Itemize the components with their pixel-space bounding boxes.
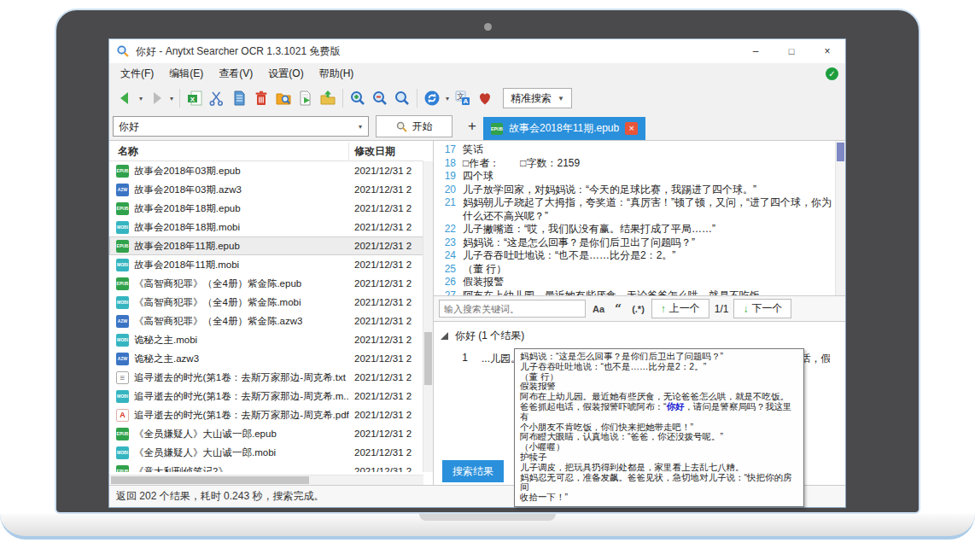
start-search-label: 开始	[412, 120, 433, 134]
refresh-index-button[interactable]	[421, 87, 443, 109]
scrollbar-thumb[interactable]	[837, 143, 844, 161]
column-header-name[interactable]: 名称	[118, 144, 138, 159]
new-search-tab-button[interactable]: +	[461, 115, 483, 137]
laptop-mockup: 你好 - Anytxt Searcher OCR 1.3.1021 免费版 – …	[0, 0, 975, 560]
result-preview-tooltip: 妈妈说：“这是怎么回事？是你们后卫出了问题吗？” 儿子吞吞吐吐地说：“也不是………	[514, 348, 804, 507]
previous-match-button[interactable]: ↑ 上一个	[651, 299, 709, 318]
epub-file-icon	[116, 165, 129, 178]
file-row[interactable]: 故事会2018年18期.epub2021/12/31 2	[109, 199, 423, 218]
document-line: 27阿布在上幼儿园。最近她有些厌食，无论爸爸怎么哄，就是不吃饭。	[434, 289, 832, 297]
file-row[interactable]: 诡秘之主.mobi2021/12/31 2	[109, 330, 423, 349]
next-match-button[interactable]: ↓ 下一个	[733, 299, 791, 318]
menu-item-view[interactable]: 查看(V)	[211, 67, 260, 81]
document-line: 23妈妈说：“这是怎么回事？是你们后卫出了问题吗？”	[434, 236, 832, 250]
whole-word-button[interactable]: “	[611, 305, 625, 313]
tooltip-line: 护犊子	[520, 452, 798, 463]
tooltip-highlight-line: 爸爸抓起电话，假装报警吓唬阿布：“你好，请问是警察局吗？我这里有	[520, 402, 798, 423]
highlighted-keyword: 你好	[667, 401, 685, 411]
cut-button[interactable]	[206, 87, 228, 109]
file-row[interactable]: 故事会2018年11期.mobi2021/12/31 2	[109, 255, 423, 274]
start-search-button[interactable]: 开始	[376, 115, 452, 137]
find-in-document-bar: Aa “ (.*) ↑ 上一个 1/1 ↓ 下一个	[434, 296, 845, 322]
epub-file-icon	[116, 277, 129, 290]
file-row[interactable]: 《全员嫌疑人》大山诚一郎.mobi2021/12/31 2	[109, 443, 423, 462]
document-line: 19四个球	[434, 170, 832, 184]
epub-file-icon	[116, 465, 129, 473]
zoom-reset-button[interactable]	[391, 87, 413, 109]
file-list-vertical-scrollbar[interactable]	[423, 161, 433, 472]
file-row[interactable]: 《高智商犯罪》（全4册）紫金陈.epub2021/12/31 2	[109, 274, 423, 293]
file-row[interactable]: 追寻逝去的时光(第1卷：去斯万家那边-周克希.pdf2021/12/31 2	[109, 405, 423, 424]
export-excel-button[interactable]: X	[184, 87, 206, 109]
file-row[interactable]: 故事会2018年18期.mobi2021/12/31 2	[109, 218, 423, 236]
export-file-button[interactable]	[295, 87, 317, 109]
maximize-button[interactable]: □	[774, 39, 809, 63]
regex-button[interactable]: (.*)	[628, 304, 648, 314]
menubar: 文件(F) 编辑(E) 查看(V) 设置(O) 帮助(H) ✓	[109, 63, 845, 84]
search-folder-button[interactable]	[272, 87, 295, 109]
column-header-date[interactable]: 修改日期	[354, 144, 395, 159]
refresh-dropdown-icon[interactable]: ▾	[443, 95, 452, 102]
tab-search-results[interactable]: 搜索结果	[442, 460, 504, 482]
translate-button[interactable]: 文A	[452, 87, 474, 109]
result-group-row[interactable]: 你好 (1 个结果)	[434, 322, 845, 343]
next-label: 下一个	[751, 301, 782, 316]
forward-button[interactable]	[145, 87, 167, 109]
column-divider[interactable]	[348, 143, 349, 160]
scrollbar-thumb[interactable]	[111, 476, 309, 484]
document-line: 26假装报警	[434, 276, 832, 289]
mobi-file-icon	[116, 446, 129, 459]
document-line: 20儿子放学回家，对妈妈说：“今天的足球比赛，我踢进了四个球。”	[434, 184, 832, 197]
donate-heart-icon	[476, 90, 493, 107]
file-row[interactable]: 诡秘之主.azw32021/12/31 2	[109, 349, 423, 368]
search-folder-icon	[275, 90, 292, 107]
azw3-file-icon	[116, 184, 129, 196]
match-case-button[interactable]: Aa	[589, 304, 608, 314]
forward-dropdown-icon[interactable]: ▾	[167, 95, 176, 102]
tab-close-icon[interactable]: ×	[625, 122, 638, 135]
search-input[interactable]	[114, 120, 356, 132]
file-row-selected[interactable]: 故事会2018年11期.epub2021/12/31 2	[109, 236, 423, 255]
combo-dropdown-icon[interactable]: ▾	[356, 123, 365, 131]
file-row[interactable]: 《高智商犯罪》（全4册）紫金陈.azw32021/12/31 2	[109, 312, 423, 330]
zoom-in-button[interactable]	[347, 87, 369, 109]
file-row[interactable]: 《意大利刑侦笔记2》2021/12/31 2	[109, 462, 423, 472]
file-row[interactable]: 追寻逝去的时光(第1卷：去斯万家那边-周克希.m...2021/12/31 2	[109, 387, 423, 405]
close-button[interactable]: ×	[809, 39, 845, 63]
toolbar-separator	[417, 89, 417, 108]
open-folder-button[interactable]	[317, 87, 339, 109]
find-keyword-input[interactable]	[439, 300, 586, 318]
file-row[interactable]: 追寻逝去的时光(第1卷：去斯万家那边-周克希.txt2021/12/31 2	[109, 368, 423, 387]
copy-document-button[interactable]	[228, 87, 250, 109]
document-line: 25（董 行）	[434, 263, 832, 277]
document-line: 17笑话	[434, 143, 832, 157]
back-button[interactable]	[114, 87, 137, 109]
export-excel-icon: X	[186, 90, 203, 107]
document-tab-label: 故事会2018年11期.epub	[509, 121, 619, 136]
mobi-file-icon	[116, 221, 129, 234]
file-row[interactable]: 故事会2018年03期.epub2021/12/31 2	[109, 161, 423, 180]
delete-trash-icon	[253, 90, 270, 107]
minimize-button[interactable]: –	[738, 39, 774, 63]
expander-triangle-icon[interactable]	[441, 332, 448, 340]
search-mode-dropdown[interactable]: 精准搜索 ▼	[503, 88, 572, 108]
toolbar-separator	[342, 89, 343, 108]
tooltip-line: 妈妈忍无可忍，准备发飙。爸爸见状，急切地对儿子说：“快把你的房间	[520, 473, 798, 493]
document-tab[interactable]: 故事会2018年11期.epub ×	[483, 117, 645, 140]
file-row[interactable]: 故事会2018年03期.azw32021/12/31 2	[109, 180, 423, 199]
menu-item-file[interactable]: 文件(F)	[113, 67, 161, 81]
menu-item-settings[interactable]: 设置(O)	[260, 67, 311, 81]
file-row[interactable]: 《全员嫌疑人》大山诚一郎.epub2021/12/31 2	[109, 424, 423, 443]
menu-item-edit[interactable]: 编辑(E)	[161, 67, 211, 81]
file-list-horizontal-scrollbar[interactable]	[109, 475, 423, 485]
app-magnifier-icon	[116, 44, 130, 58]
donate-button[interactable]	[474, 87, 496, 109]
menu-item-help[interactable]: 帮助(H)	[312, 67, 362, 81]
window-title: 你好 - Anytxt Searcher OCR 1.3.1021 免费版	[136, 44, 340, 59]
file-row[interactable]: 《高智商犯罪》（全4册）紫金陈.mobi2021/12/31 2	[109, 293, 423, 312]
delete-button[interactable]	[250, 87, 272, 109]
document-vertical-scrollbar[interactable]	[835, 141, 845, 296]
scrollbar-thumb[interactable]	[424, 332, 432, 385]
back-dropdown-icon[interactable]: ▾	[137, 95, 145, 102]
zoom-out-button[interactable]	[369, 87, 391, 109]
